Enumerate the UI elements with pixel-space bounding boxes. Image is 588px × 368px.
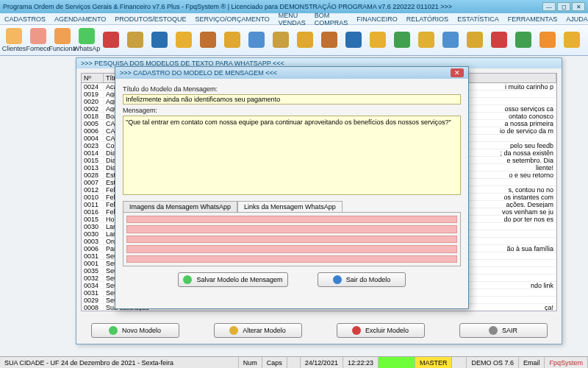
toolbar-icon	[467, 32, 483, 48]
status-email: Email	[519, 357, 545, 368]
toolbar-button[interactable]	[294, 27, 316, 54]
status-green	[379, 357, 415, 368]
toolbar-button[interactable]	[561, 27, 583, 54]
toolbar-button[interactable]: Funciona	[51, 27, 74, 54]
toolbar-button[interactable]	[391, 27, 413, 54]
toolbar-button[interactable]	[100, 27, 122, 54]
toolbar-button[interactable]	[343, 27, 365, 54]
arrow-icon	[333, 275, 342, 284]
toolbar-icon	[370, 32, 386, 48]
status-master: MASTER	[415, 357, 453, 368]
col-num: Nº	[82, 74, 104, 82]
plus-icon	[109, 326, 118, 335]
menu-item[interactable]: RELATÓRIOS	[406, 15, 448, 23]
toolbar-button[interactable]	[318, 27, 340, 54]
toolbar-button[interactable]	[415, 27, 437, 54]
app-title: Programa Ordem de Serviços Gerais & Fina…	[3, 3, 452, 10]
toolbar-button[interactable]	[464, 27, 486, 54]
toolbar-button[interactable]	[440, 27, 462, 54]
label-titulo: Título do Modelo da Mensagem:	[123, 85, 461, 93]
menu-item[interactable]: AGENDAMENTO	[54, 15, 106, 23]
edit-icon	[229, 326, 238, 335]
toolbar-icon	[79, 28, 95, 44]
toolbar-button[interactable]	[245, 27, 268, 54]
links-pane	[123, 212, 461, 266]
link-row[interactable]	[126, 216, 457, 223]
toolbar-icon	[418, 32, 434, 48]
menu-item[interactable]: MENU VENDAS	[279, 12, 306, 26]
close-icon[interactable]: ✕	[451, 68, 464, 77]
dialog-cadastro-modelo: >>> CADASTRO DO MODELO DE MENSAGEM <<< ✕…	[115, 66, 469, 309]
novo-modelo-button[interactable]: Novo Modelo	[91, 323, 179, 338]
check-icon	[183, 275, 192, 284]
status-time: 12:22:23	[343, 357, 379, 368]
menu-item[interactable]: FERRAMENTAS	[508, 15, 557, 23]
toolbar-icon	[248, 32, 265, 48]
toolbar-icon	[127, 32, 143, 48]
main-toolbar: ClientesForneceFuncionaWhatsAp	[0, 25, 588, 56]
status-left: SUA CIDADE - UF 24 de Dezembro de 2021 -…	[0, 357, 239, 368]
toolbar-icon	[491, 32, 507, 48]
mensagem-textarea[interactable]	[123, 116, 461, 195]
toolbar-icon	[515, 32, 531, 48]
exit-icon	[489, 326, 498, 335]
maximize-button[interactable]: ◻	[557, 2, 570, 11]
tab-imagens[interactable]: Imagens da Mensagem WhatsApp	[123, 201, 237, 212]
toolbar-button[interactable]	[124, 27, 146, 54]
status-num: Num	[239, 357, 262, 368]
toolbar-icon	[54, 28, 71, 44]
link-row[interactable]	[126, 245, 457, 252]
menu-item[interactable]: FINANCEIRO	[356, 15, 398, 23]
excluir-modelo-button[interactable]: Excluir Modelo	[337, 323, 425, 338]
titulo-input[interactable]	[123, 94, 461, 105]
toolbar-icon	[564, 32, 580, 48]
toolbar-icon	[6, 28, 22, 44]
toolbar-icon	[394, 32, 410, 48]
alterar-modelo-button[interactable]: Alterar Modelo	[214, 323, 302, 338]
toolbar-button[interactable]: WhatsAp	[76, 27, 98, 54]
sair-button[interactable]: SAIR	[459, 323, 548, 338]
menu-item[interactable]: PRODUTOS/ESTOQUE	[115, 15, 186, 23]
delete-icon	[352, 326, 361, 335]
toolbar-button[interactable]	[148, 27, 171, 54]
menu-item[interactable]: CADASTROS	[4, 15, 46, 23]
toolbar-icon	[297, 32, 313, 48]
status-blank2	[452, 357, 467, 368]
sair-modelo-button[interactable]: Sair do Modelo	[318, 272, 406, 287]
salvar-modelo-button[interactable]: Salvar Modelo de Mensagem	[178, 272, 288, 287]
minimize-button[interactable]: —	[542, 2, 556, 11]
link-row[interactable]	[126, 225, 457, 233]
toolbar-button[interactable]	[173, 27, 195, 54]
label-mensagem: Mensagem:	[123, 107, 461, 114]
status-blank	[287, 357, 301, 368]
menu-item[interactable]: BOM COMPRAS	[315, 12, 348, 26]
toolbar-icon	[176, 32, 192, 48]
toolbar-button[interactable]	[197, 27, 219, 54]
toolbar-icon	[442, 32, 459, 48]
link-row[interactable]	[126, 255, 457, 263]
toolbar-icon	[539, 32, 556, 48]
menu-item[interactable]: ESTATÍSTICA	[457, 15, 499, 23]
menubar: CADASTROSAGENDAMENTOPRODUTOS/ESTOQUESERV…	[0, 13, 588, 25]
toolbar-button[interactable]	[537, 27, 559, 54]
link-row[interactable]	[126, 236, 457, 243]
toolbar-button[interactable]	[488, 27, 510, 54]
toolbar-icon	[30, 28, 46, 44]
toolbar-button[interactable]	[512, 27, 534, 54]
toolbar-button[interactable]: Clientes	[3, 27, 25, 54]
workspace: >>> PESQUISA DOS MODELOS DE TEXTO PARA W…	[0, 56, 588, 356]
status-caps: Caps	[262, 357, 287, 368]
menu-item[interactable]: SERVIÇO/ORÇAMENTO	[196, 15, 270, 23]
toolbar-button[interactable]	[221, 27, 243, 54]
statusbar: SUA CIDADE - UF 24 de Dezembro de 2021 -…	[0, 356, 588, 368]
close-button[interactable]: ✕	[572, 2, 585, 11]
toolbar-icon	[200, 32, 216, 48]
toolbar-button[interactable]	[367, 27, 389, 54]
tab-links[interactable]: Links da Mensagem WhatsApp	[237, 201, 343, 212]
toolbar-icon	[103, 32, 119, 48]
toolbar-icon	[321, 32, 337, 48]
toolbar-button[interactable]: Fornece	[27, 27, 49, 54]
toolbar-button[interactable]	[270, 27, 292, 54]
menu-item[interactable]: AJUDA	[566, 15, 588, 23]
toolbar-icon	[224, 32, 240, 48]
